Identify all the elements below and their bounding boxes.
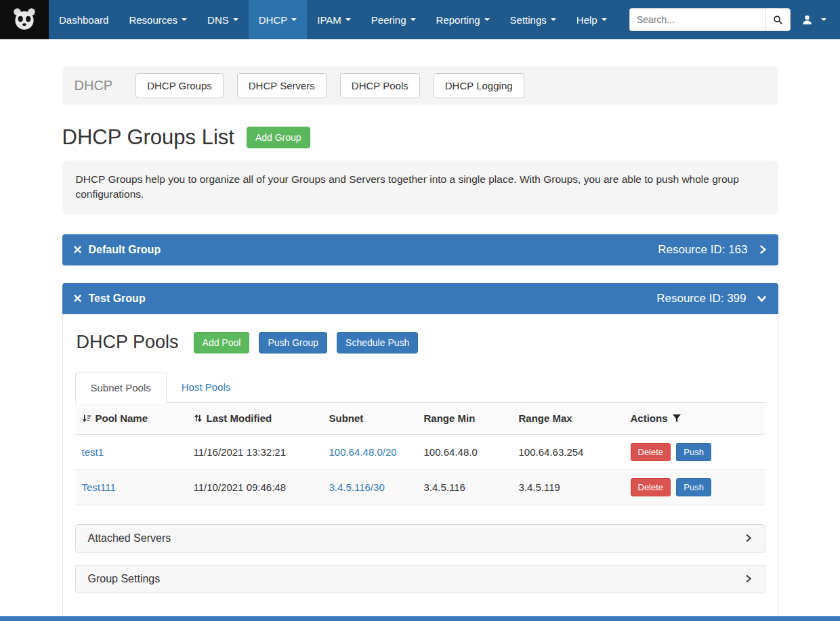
caret-down-icon bbox=[345, 18, 351, 21]
nav-item-help[interactable]: Help bbox=[566, 0, 617, 39]
group-bar-test-group[interactable]: Test Group Resource ID: 399 bbox=[62, 283, 778, 314]
last-modified-cell: 11/16/2021 13:32:21 bbox=[187, 434, 322, 469]
header-label: Range Max bbox=[519, 412, 572, 424]
header-last-modified[interactable]: Last Modified bbox=[187, 403, 322, 435]
group-panel: DHCP Pools Add Pool Push Group Schedule … bbox=[62, 314, 778, 621]
group-settings-section[interactable]: Group Settings bbox=[75, 565, 765, 593]
nav-item-label: Settings bbox=[510, 14, 547, 26]
nav-item-settings[interactable]: Settings bbox=[500, 0, 566, 39]
nav-item-dns[interactable]: DNS bbox=[197, 0, 249, 39]
last-modified-cell: 11/10/2021 09:46:48 bbox=[187, 469, 322, 505]
tab-subnet-pools[interactable]: Subnet Pools bbox=[75, 372, 167, 403]
main-content: DHCP DHCP Groups DHCP Servers DHCP Pools… bbox=[62, 66, 778, 621]
table-row: Test111 11/10/2021 09:46:48 3.4.5.116/30… bbox=[75, 469, 765, 505]
header-range-min: Range Min bbox=[417, 403, 512, 435]
section-label: Group Settings bbox=[88, 573, 161, 585]
range-max-cell: 3.4.5.119 bbox=[512, 469, 624, 505]
group-card-test-group: Test Group Resource ID: 399 DHCP Pools A… bbox=[62, 283, 778, 621]
sort-updown-icon bbox=[194, 414, 203, 423]
resource-id-label: Resource ID: 163 bbox=[658, 243, 747, 257]
app-logo[interactable] bbox=[0, 0, 49, 39]
push-pool-button[interactable]: Push bbox=[676, 478, 711, 496]
user-icon bbox=[801, 14, 813, 26]
section-label: Attached Servers bbox=[88, 532, 171, 544]
sort-amount-icon bbox=[82, 414, 91, 423]
breadcrumb-section-label: DHCP bbox=[75, 78, 113, 93]
search-group bbox=[629, 8, 791, 31]
nav-item-dashboard[interactable]: Dashboard bbox=[49, 0, 119, 39]
add-pool-button[interactable]: Add Pool bbox=[194, 332, 250, 354]
nav-item-label: IPAM bbox=[317, 14, 341, 26]
subnet-link[interactable]: 100.64.48.0/20 bbox=[329, 446, 397, 458]
caret-down-icon bbox=[551, 18, 556, 21]
push-pool-button[interactable]: Push bbox=[676, 443, 711, 461]
nav-item-peering[interactable]: Peering bbox=[361, 0, 426, 39]
nav-item-label: Help bbox=[576, 14, 597, 26]
nav-item-label: Dashboard bbox=[59, 14, 108, 26]
chevron-down-icon bbox=[756, 293, 768, 303]
pool-name-link[interactable]: test1 bbox=[82, 446, 104, 458]
pool-name-link[interactable]: Test111 bbox=[82, 481, 116, 493]
delete-pool-button[interactable]: Delete bbox=[631, 478, 671, 496]
nav-item-label: DHCP bbox=[259, 14, 288, 26]
attached-servers-section[interactable]: Attached Servers bbox=[75, 524, 765, 553]
panda-logo-icon bbox=[10, 5, 39, 34]
header-subnet: Subnet bbox=[322, 403, 417, 435]
range-max-cell: 100.64.63.254 bbox=[512, 434, 624, 469]
caret-down-icon bbox=[821, 18, 826, 21]
delete-pool-button[interactable]: Delete bbox=[631, 443, 671, 461]
chevron-right-icon bbox=[744, 574, 753, 584]
remove-group-icon[interactable] bbox=[73, 294, 82, 303]
nav-item-ipam[interactable]: IPAM bbox=[307, 0, 361, 39]
header-pool-name[interactable]: Pool Name bbox=[75, 403, 187, 435]
nav-item-dhcp[interactable]: DHCP bbox=[249, 0, 308, 39]
user-menu[interactable] bbox=[801, 14, 826, 26]
chevron-right-icon bbox=[744, 533, 753, 543]
dhcp-servers-button[interactable]: DHCP Servers bbox=[237, 73, 327, 98]
search-input[interactable] bbox=[629, 8, 765, 31]
schedule-push-button[interactable]: Schedule Push bbox=[337, 332, 418, 354]
caret-down-icon bbox=[411, 18, 416, 21]
chevron-right-icon bbox=[757, 244, 768, 255]
group-bar-default-group[interactable]: Default Group Resource ID: 163 bbox=[62, 234, 778, 265]
header-label: Subnet bbox=[329, 412, 364, 424]
title-row: DHCP Groups List Add Group bbox=[62, 125, 778, 150]
nav-item-label: DNS bbox=[207, 14, 229, 26]
breadcrumb: DHCP DHCP Groups DHCP Servers DHCP Pools… bbox=[62, 66, 778, 105]
resource-id-label: Resource ID: 399 bbox=[656, 292, 746, 305]
dhcp-pools-button[interactable]: DHCP Pools bbox=[340, 73, 420, 98]
group-name: Test Group bbox=[89, 293, 146, 305]
caret-down-icon bbox=[182, 18, 187, 21]
main-nav: Dashboard Resources DNS DHCP IPAM Peerin… bbox=[49, 0, 617, 39]
table-header-row: Pool Name bbox=[75, 403, 765, 435]
search-button[interactable] bbox=[765, 8, 791, 31]
range-min-cell: 3.4.5.116 bbox=[417, 469, 512, 505]
add-group-button[interactable]: Add Group bbox=[247, 127, 310, 148]
top-navbar: Dashboard Resources DNS DHCP IPAM Peerin… bbox=[0, 0, 840, 39]
navbar-right bbox=[629, 0, 840, 39]
filter-funnel-icon[interactable] bbox=[672, 414, 681, 423]
header-range-max: Range Max bbox=[512, 403, 624, 435]
search-icon bbox=[773, 15, 783, 25]
table-row: test1 11/16/2021 13:32:21 100.64.48.0/20… bbox=[75, 434, 765, 469]
dhcp-logging-button[interactable]: DHCP Logging bbox=[434, 73, 524, 98]
nav-item-resources[interactable]: Resources bbox=[119, 0, 197, 39]
tab-host-pools[interactable]: Host Pools bbox=[167, 372, 246, 402]
push-group-button[interactable]: Push Group bbox=[259, 332, 327, 354]
subnet-link[interactable]: 3.4.5.116/30 bbox=[329, 481, 385, 493]
header-label: Last Modified bbox=[207, 412, 272, 424]
group-name: Default Group bbox=[89, 244, 161, 256]
nav-item-reporting[interactable]: Reporting bbox=[426, 0, 500, 39]
header-label: Actions bbox=[631, 412, 668, 424]
pools-table: Pool Name bbox=[75, 403, 765, 505]
nav-item-label: Resources bbox=[129, 14, 177, 26]
header-label: Range Min bbox=[424, 412, 476, 424]
pools-header: DHCP Pools Add Pool Push Group Schedule … bbox=[75, 332, 765, 354]
header-actions: Actions bbox=[624, 403, 765, 435]
caret-down-icon bbox=[484, 18, 490, 21]
page-description: DHCP Groups help you to organize all of … bbox=[62, 160, 778, 214]
remove-group-icon[interactable] bbox=[73, 245, 82, 254]
nav-item-label: Reporting bbox=[436, 14, 480, 26]
caret-down-icon bbox=[602, 18, 607, 21]
dhcp-groups-button[interactable]: DHCP Groups bbox=[135, 73, 224, 98]
